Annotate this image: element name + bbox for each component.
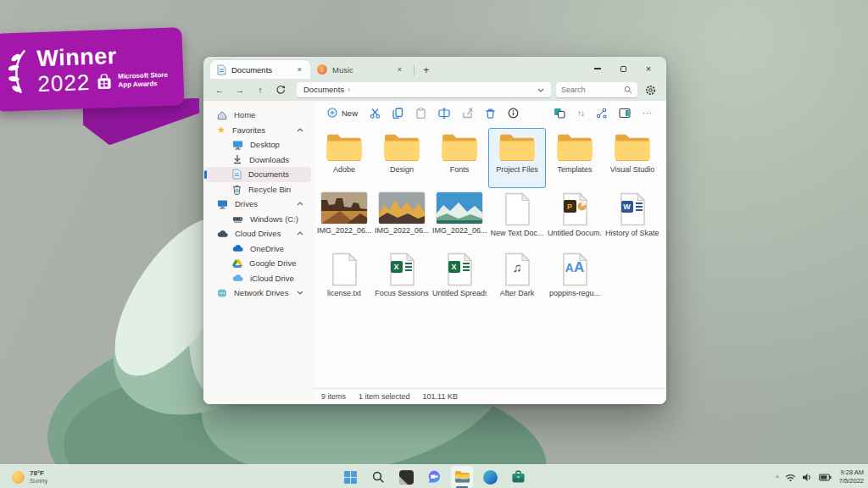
dark-photo-app-button[interactable] [395,466,417,488]
more-options-button[interactable]: ··· [637,103,658,122]
sort-button[interactable]: ↑↓ [572,103,589,122]
badge-award-line2: App Awards [118,80,158,89]
sun-icon [12,471,25,484]
badge-award-line1: Microsoft Store [118,71,168,80]
properties-button[interactable] [503,103,524,122]
file-name: license.txt [327,289,361,297]
taskbar-search-button[interactable] [367,466,389,488]
file-item[interactable]: IMG_2022_06... [373,188,431,248]
gear-icon [645,85,656,96]
file-item[interactable]: Design [373,128,431,188]
new-tab-button[interactable]: + [418,64,435,76]
file-name: poppins-regu... [549,289,600,297]
file-item[interactable]: license.txt [315,248,373,308]
settings-button[interactable] [643,82,658,97]
sidebar-item-recycle-bin[interactable]: Recycle Bin [206,182,311,197]
cut-button[interactable] [364,103,386,122]
start-button[interactable] [339,466,361,488]
folder-icon [325,132,364,163]
clock-date: 7/5/2022 [839,477,864,485]
sidebar-item-downloads[interactable]: Downloads [206,152,311,168]
sidebar-item-favorites[interactable]: ★ Favorites [206,123,311,138]
details-pane-button[interactable] [614,103,636,122]
file-name: IMG_2022_06... [317,226,371,235]
file-item[interactable]: AA poppins-regu... [546,248,604,308]
word-badge: W [621,201,633,213]
clock-time: 9:28 AM [839,469,864,477]
chevron-up-icon[interactable] [297,231,303,236]
tab-close-icon[interactable]: × [296,65,303,74]
copy-button[interactable] [387,103,409,122]
back-button[interactable]: ← [212,82,227,97]
sidebar-item-drives[interactable]: Drives [206,197,311,212]
search-icon [372,471,385,484]
share-button[interactable] [457,103,478,122]
up-button[interactable]: ↑ [253,82,268,97]
file-item[interactable]: X Focus Sessions [373,248,431,308]
tab-label: Documents [231,65,272,75]
files-app-button[interactable] [451,466,473,488]
file-name: Design [390,165,414,174]
chevron-up-icon[interactable] [297,128,303,132]
layout-mode-button[interactable] [548,103,570,122]
chevron-down-icon[interactable] [297,291,303,295]
close-button[interactable]: × [637,60,659,77]
file-item[interactable]: Fonts [431,128,488,188]
sidebar-item-windows-c[interactable]: Windows (C:) [206,212,311,227]
sidebar-item-label: OneDrive [250,244,284,253]
word-lines-glyph [636,202,643,211]
address-dropdown-button[interactable] [537,85,544,94]
sort-icon: ↑↓ [577,108,584,118]
refresh-icon [275,85,286,95]
hidden-icons-chevron[interactable]: ^ [776,474,779,481]
sidebar-item-google-drive[interactable]: Google Drive [206,256,311,271]
briefcase-app-button[interactable] [507,466,529,488]
weather-widget[interactable]: 78°F Sunny [5,465,54,488]
tab-music[interactable]: ♪ Music × [310,60,410,79]
chevron-up-icon[interactable] [297,202,303,206]
file-item[interactable]: New Text Doc... [488,188,546,248]
sidebar-item-onedrive[interactable]: OneDrive [206,241,311,257]
sidebar-item-home[interactable]: Home [206,108,311,123]
group-by-button[interactable] [591,103,612,122]
file-item[interactable]: Templates [546,128,604,188]
file-item[interactable]: W History of Skate... [604,188,661,248]
search-input[interactable] [561,86,624,94]
sidebar-item-cloud-drives[interactable]: Cloud Drives [206,226,311,241]
new-button[interactable]: New [322,103,363,122]
tab-close-icon[interactable]: × [396,65,403,74]
drives-icon [217,199,228,209]
file-item[interactable]: Adobe [315,128,373,188]
battery-icon[interactable] [819,474,832,481]
minimize-button[interactable] [587,60,609,77]
navigation-bar: ← → ↑ Documents › [203,79,666,101]
wifi-icon[interactable] [785,473,796,482]
search-box[interactable] [556,82,637,98]
file-item[interactable]: ♫ After Dark [488,248,546,308]
file-item-selected[interactable]: Project Files [488,128,546,188]
paste-button[interactable] [410,103,431,122]
sidebar-item-documents[interactable]: Documents [206,167,311,182]
file-item[interactable]: IMG_2022_06... [315,188,373,248]
sidebar-item-icloud-drive[interactable]: iCloud Drive [206,271,311,286]
photo-thumbnail-canyon [321,192,367,224]
volume-icon[interactable] [802,473,813,482]
file-item[interactable]: Visual Studio [604,128,661,188]
sidebar-item-network-drives[interactable]: Network Drives [206,286,311,301]
delete-button[interactable] [480,103,501,122]
rename-button[interactable] [433,103,455,122]
taskbar-clock[interactable]: 9:28 AM 7/5/2022 [837,469,864,485]
chat-button[interactable] [423,466,445,488]
maximize-icon [620,66,626,72]
address-bar[interactable]: Documents › [297,82,551,98]
refresh-button[interactable] [273,82,288,97]
tab-documents[interactable]: Documents × [210,60,310,79]
file-item[interactable]: P Untitled Docum... [546,188,604,248]
breadcrumb[interactable]: Documents [303,85,344,94]
file-item[interactable]: X Untitled Spreads... [431,248,488,308]
maximize-button[interactable] [612,60,634,77]
file-item[interactable]: IMG_2022_06... [431,188,488,248]
edge-button[interactable] [479,466,501,488]
forward-button[interactable]: → [232,82,248,97]
sidebar-item-desktop[interactable]: Desktop [206,137,311,152]
